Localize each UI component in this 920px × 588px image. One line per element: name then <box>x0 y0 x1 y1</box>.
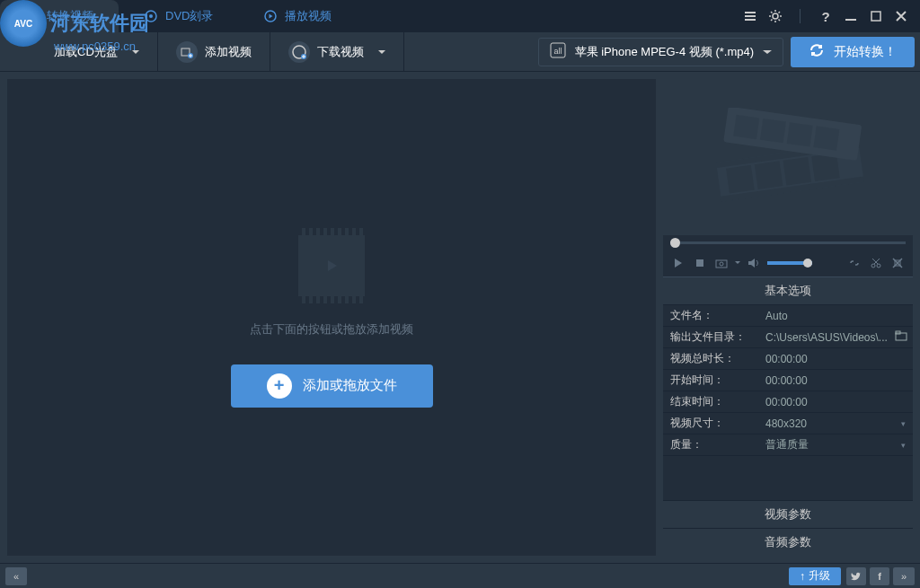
maximize-icon[interactable] <box>868 8 884 24</box>
video-params-section[interactable]: 视频参数 <box>663 500 913 528</box>
crop-icon[interactable] <box>889 255 906 271</box>
basic-options-title: 基本选项 <box>663 277 913 305</box>
start-convert-button[interactable]: 开始转换！ <box>791 37 915 67</box>
svg-text:all: all <box>553 47 562 56</box>
add-file-button[interactable]: + 添加或拖放文件 <box>231 364 433 408</box>
close-icon[interactable] <box>893 8 909 24</box>
svg-point-6 <box>773 13 778 19</box>
tab-label: 播放视频 <box>285 8 332 24</box>
svg-point-1 <box>149 14 153 18</box>
prop-start-time: 开始时间： 00:00:00 <box>663 370 913 391</box>
svg-rect-24 <box>733 115 759 139</box>
svg-rect-3 <box>745 12 756 13</box>
film-reel-icon <box>707 108 869 206</box>
button-label: 开始转换！ <box>834 44 897 60</box>
svg-rect-29 <box>716 260 727 268</box>
chevron-down-icon[interactable] <box>735 260 740 266</box>
prop-end-time: 结束时间： 00:00:00 <box>663 391 913 413</box>
convert-icon <box>809 42 825 61</box>
button-label: 下载视频 <box>317 44 364 60</box>
svg-rect-19 <box>726 165 755 194</box>
minimize-icon[interactable] <box>843 8 859 24</box>
settings-icon[interactable] <box>767 8 783 24</box>
svg-rect-7 <box>800 9 801 23</box>
play-icon <box>263 9 278 23</box>
svg-rect-25 <box>760 118 786 143</box>
svg-point-31 <box>871 264 875 268</box>
svg-rect-8 <box>845 19 856 21</box>
twitter-icon[interactable] <box>846 567 866 585</box>
divider <box>792 8 809 24</box>
help-icon[interactable]: ? <box>818 8 834 24</box>
file-placeholder-icon <box>298 228 365 303</box>
window-controls: ? <box>742 8 920 24</box>
menu-icon[interactable] <box>742 8 758 24</box>
chevron-down-icon <box>763 48 772 56</box>
upgrade-button[interactable]: ↑ 升级 <box>789 567 841 585</box>
svg-rect-26 <box>787 122 813 146</box>
watermark-overlay: AVC 河东软件园 www.pc0359.cn <box>0 0 149 47</box>
chevron-down-icon <box>378 48 385 56</box>
svg-rect-28 <box>696 259 703 267</box>
play-button[interactable] <box>670 255 686 271</box>
prop-filename: 文件名： Auto <box>663 305 913 327</box>
button-label: 添加视频 <box>205 44 252 60</box>
placeholder-text: 点击下面的按钮或拖放添加视频 <box>250 321 413 338</box>
collapse-right-icon[interactable]: » <box>893 567 915 585</box>
add-video-button[interactable]: 添加视频 <box>158 32 270 71</box>
content-area[interactable]: 点击下面的按钮或拖放添加视频 + 添加或拖放文件 <box>7 79 656 556</box>
tab-label: DVD刻录 <box>165 8 213 24</box>
format-label: 苹果 iPhone MPEG-4 视频 (*.mp4) <box>575 44 754 60</box>
svg-point-32 <box>877 264 880 268</box>
folder-browse-icon[interactable] <box>895 330 907 344</box>
watermark-brand: 河东软件园 <box>50 10 149 37</box>
audio-params-section[interactable]: 音频参数 <box>663 528 913 556</box>
svg-rect-5 <box>745 19 756 21</box>
stop-button[interactable] <box>692 255 708 271</box>
prop-video-size: 视频尺寸： 480x320 <box>663 413 913 434</box>
download-icon <box>288 41 310 63</box>
svg-point-30 <box>720 262 723 266</box>
link-icon[interactable] <box>846 255 862 271</box>
right-panel: 基本选项 文件名： Auto 输出文件目录： C:\Users\ASUS\Vid… <box>663 79 913 556</box>
download-video-button[interactable]: 下载视频 <box>270 32 404 71</box>
svg-rect-4 <box>745 15 756 17</box>
media-controls <box>663 250 913 277</box>
bottom-bar: « ↑ 升级 f » <box>0 563 920 588</box>
snapshot-button[interactable] <box>713 255 730 271</box>
output-format-selector[interactable]: all 苹果 iPhone MPEG-4 视频 (*.mp4) <box>538 38 783 66</box>
logo-icon: AVC <box>0 0 47 47</box>
volume-icon[interactable] <box>746 255 762 271</box>
prop-output-dir: 输出文件目录： C:\Users\ASUS\Videos\... <box>663 327 913 348</box>
watermark-url: www.pc0359.cn <box>54 39 136 53</box>
facebook-icon[interactable]: f <box>870 567 889 585</box>
up-arrow-icon: ↑ <box>800 570 805 583</box>
add-video-icon <box>176 41 198 63</box>
preview-area <box>663 79 913 235</box>
main-area: 点击下面的按钮或拖放添加视频 + 添加或拖放文件 <box>0 72 920 563</box>
collapse-left-icon[interactable]: « <box>5 567 27 585</box>
svg-rect-9 <box>871 12 880 21</box>
svg-rect-21 <box>783 157 811 186</box>
all-icon: all <box>550 42 566 61</box>
button-label: 添加或拖放文件 <box>303 377 397 394</box>
seek-bar[interactable] <box>663 235 913 250</box>
svg-rect-27 <box>813 126 839 150</box>
prop-total-duration: 视频总时长： 00:00:00 <box>663 348 913 370</box>
tab-play-video[interactable]: 播放视频 <box>238 0 357 32</box>
plus-icon: + <box>267 373 292 399</box>
app-window: AVC 河东软件园 www.pc0359.cn 转换视频 DVD刻录 播放视频 … <box>0 0 920 588</box>
prop-quality: 质量： 普通质量 <box>663 434 913 456</box>
volume-slider[interactable] <box>767 261 812 265</box>
cut-icon[interactable] <box>868 255 884 271</box>
svg-rect-20 <box>755 161 783 189</box>
